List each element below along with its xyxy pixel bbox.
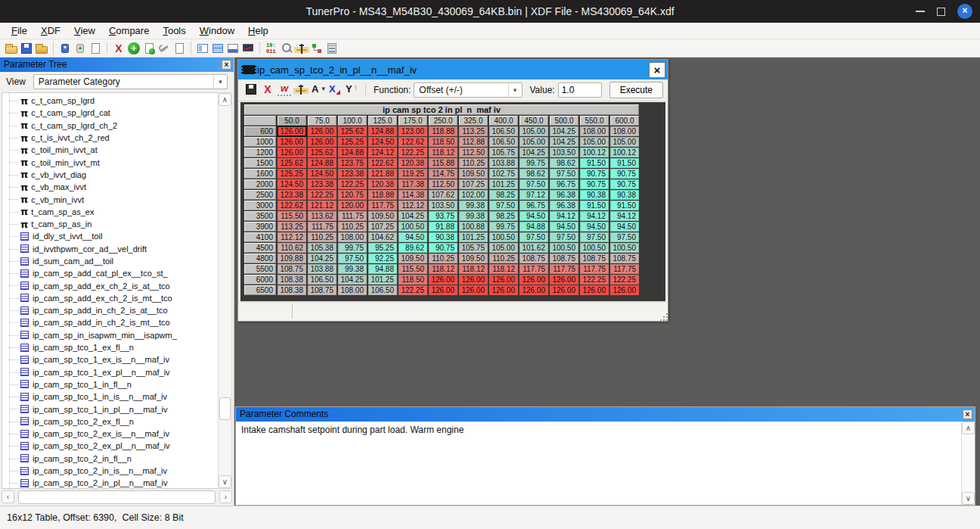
tree-item-ip_cam_sp_tco_1_ex_pl__n__maf_iv[interactable]: ip_cam_sp_tco_1_ex_pl__n__maf_iv xyxy=(2,366,231,378)
escales-icon[interactable] xyxy=(294,82,308,96)
table-editor-titlebar[interactable]: ip_cam_sp_tco_2_in_pl__n__maf_iv × xyxy=(238,60,668,79)
map-row-header[interactable]: 5500 xyxy=(244,264,276,274)
map-cell[interactable]: 94.50 xyxy=(519,211,548,221)
map-cell[interactable]: 110.62 xyxy=(278,243,306,253)
chevron-down-icon[interactable]: ▾ xyxy=(508,83,522,97)
map-cell[interactable]: 100.50 xyxy=(610,243,639,253)
map-row-header[interactable]: 2500 xyxy=(244,190,276,200)
tree-item-id_ivvthpwm_cor_ad__vel_drift[interactable]: id_ivvthpwm_cor_ad__vel_drift xyxy=(2,243,231,255)
map-cell[interactable]: 105.00 xyxy=(519,137,548,147)
map-cell[interactable]: 123.75 xyxy=(338,158,367,168)
map-cell[interactable]: 93.75 xyxy=(429,211,457,221)
map-cell[interactable]: 125.25 xyxy=(338,137,367,147)
scales-icon[interactable] xyxy=(295,42,309,55)
map-cell[interactable]: 99.75 xyxy=(489,222,518,232)
open-icon[interactable] xyxy=(5,42,18,55)
map-cell[interactable]: 94.12 xyxy=(580,211,609,221)
map-cell[interactable]: 124.50 xyxy=(368,137,397,147)
map-cell[interactable]: 90.38 xyxy=(580,190,609,200)
map-cell[interactable]: 103.88 xyxy=(308,264,336,274)
tree-item-ip_cam_sp_tco_2_ex_pl__n__maf_iv[interactable]: ip_cam_sp_tco_2_ex_pl__n__maf_iv xyxy=(2,440,231,452)
map-cell[interactable]: 91.50 xyxy=(580,201,609,210)
map-cell[interactable]: 106.50 xyxy=(308,275,336,285)
map-cell[interactable]: 122.25 xyxy=(399,148,427,157)
tree-item-t_cam_sp_as_in[interactable]: πt_cam_sp_as_in xyxy=(2,218,231,230)
map-cell[interactable]: 98.62 xyxy=(550,158,578,168)
map-cell[interactable]: 126.00 xyxy=(610,285,639,295)
map-cell[interactable]: 92.25 xyxy=(368,254,397,263)
map-cell[interactable]: 101.25 xyxy=(368,275,397,285)
map-cell[interactable]: 117.75 xyxy=(610,264,639,274)
map-cell[interactable]: 102.75 xyxy=(489,169,518,179)
map-cell[interactable]: 99.75 xyxy=(519,158,548,168)
tree-item-ip_cam_sp_tco_1_ex_is__n__maf_iv[interactable]: ip_cam_sp_tco_1_ex_is__n__maf_iv xyxy=(2,353,231,366)
map-cell[interactable]: 109.88 xyxy=(278,254,306,263)
function-select[interactable]: Offset (+/-) ▾ xyxy=(414,82,522,98)
new-doc-icon[interactable] xyxy=(88,42,102,55)
map-cell[interactable]: 90.38 xyxy=(610,190,639,200)
tree-item-ip_cam_sp_tco_1_in_fl__n[interactable]: ip_cam_sp_tco_1_in_fl__n xyxy=(2,378,231,391)
map-cell[interactable]: 121.12 xyxy=(308,201,336,210)
map-cell[interactable]: 91.50 xyxy=(610,158,639,168)
map-cell[interactable]: 94.50 xyxy=(580,222,609,232)
comments-close-icon[interactable]: × xyxy=(963,409,972,419)
map-cell[interactable]: 107.25 xyxy=(368,222,397,232)
map-cell[interactable]: 103.88 xyxy=(489,158,518,168)
map-cell[interactable]: 121.88 xyxy=(368,169,397,179)
tree-item-t_cam_sp_as_ex[interactable]: πt_cam_sp_as_ex xyxy=(2,206,231,218)
map-cell[interactable]: 106.50 xyxy=(489,126,518,136)
map-cell[interactable]: 124.88 xyxy=(308,158,336,168)
map-cell[interactable]: 104.25 xyxy=(550,126,578,136)
map-cell[interactable]: 109.50 xyxy=(368,211,397,221)
map-cell[interactable]: 90.38 xyxy=(429,232,457,242)
map-cell[interactable]: 113.62 xyxy=(308,211,336,221)
add-icon[interactable] xyxy=(127,42,141,55)
map-cell[interactable]: 123.38 xyxy=(308,179,336,189)
map-cell[interactable]: 126.00 xyxy=(550,285,578,295)
map-cell[interactable]: 94.12 xyxy=(550,211,578,221)
map-cell[interactable]: 107.25 xyxy=(459,179,488,189)
exaxis-icon[interactable] xyxy=(327,82,341,96)
map-cell[interactable]: 126.00 xyxy=(278,126,306,136)
map-row-header[interactable]: 3000 xyxy=(244,201,276,210)
tree-item-ip_cam_sp_in_isapwm_min__isapwm_[interactable]: ip_cam_sp_in_isapwm_min__isapwm_ xyxy=(2,329,231,341)
map-cell[interactable]: 120.75 xyxy=(338,190,367,200)
map-cell[interactable]: 94.88 xyxy=(368,264,397,274)
map-cell[interactable]: 96.38 xyxy=(550,190,578,200)
delete-icon[interactable] xyxy=(112,42,126,55)
map-cell[interactable]: 124.88 xyxy=(338,148,367,157)
edelete-icon[interactable] xyxy=(261,82,274,96)
eaxis-icon[interactable] xyxy=(311,82,324,96)
map-cell[interactable]: 126.00 xyxy=(489,275,518,285)
chevron-down-icon[interactable]: ▾ xyxy=(213,75,227,89)
tree-item-ip_cam_sp_add_in_ch_2_is_mt__tco[interactable]: ip_cam_sp_add_in_ch_2_is_mt__tco xyxy=(2,316,231,328)
eyaxis-icon[interactable] xyxy=(344,82,358,96)
bin-export-icon[interactable] xyxy=(73,42,87,55)
map-cell[interactable]: 126.00 xyxy=(459,275,488,285)
map-cell[interactable]: 105.00 xyxy=(489,243,518,253)
map-cell[interactable]: 104.25 xyxy=(519,148,548,157)
map-cell[interactable]: 111.75 xyxy=(308,222,336,232)
map-cell[interactable]: 126.00 xyxy=(308,126,336,136)
map-cell[interactable]: 112.12 xyxy=(278,232,306,242)
map-cell[interactable]: 124.50 xyxy=(308,169,336,179)
scroll-left-icon[interactable]: ‹ xyxy=(2,490,14,503)
map-cell[interactable]: 100.50 xyxy=(550,243,578,253)
tree-item-c_vb_min_ivvt[interactable]: πc_vb_min_ivvt xyxy=(2,193,231,205)
map-cell[interactable]: 108.75 xyxy=(519,254,548,263)
map-cell[interactable]: 104.25 xyxy=(308,254,336,263)
map-cell[interactable]: 94.50 xyxy=(550,222,578,232)
tree-item-c_t_cam_sp_lgrd_cat[interactable]: πc_t_cam_sp_lgrd_cat xyxy=(2,107,231,119)
value-input[interactable] xyxy=(558,82,602,98)
map-cell[interactable]: 123.00 xyxy=(399,126,427,136)
map-cell[interactable]: 126.00 xyxy=(278,137,306,147)
map-cell[interactable]: 125.62 xyxy=(278,158,306,168)
view-category-select[interactable]: Parameter Category ▾ xyxy=(33,74,228,89)
map-cell[interactable]: 90.75 xyxy=(610,179,639,189)
binary-icon[interactable] xyxy=(265,42,278,55)
map-cell[interactable]: 90.75 xyxy=(580,169,609,179)
map-cell[interactable]: 108.00 xyxy=(580,126,609,136)
map-cell[interactable]: 97.12 xyxy=(519,190,548,200)
bin-blue-icon[interactable] xyxy=(58,42,72,55)
map-cell[interactable]: 126.00 xyxy=(429,285,457,295)
